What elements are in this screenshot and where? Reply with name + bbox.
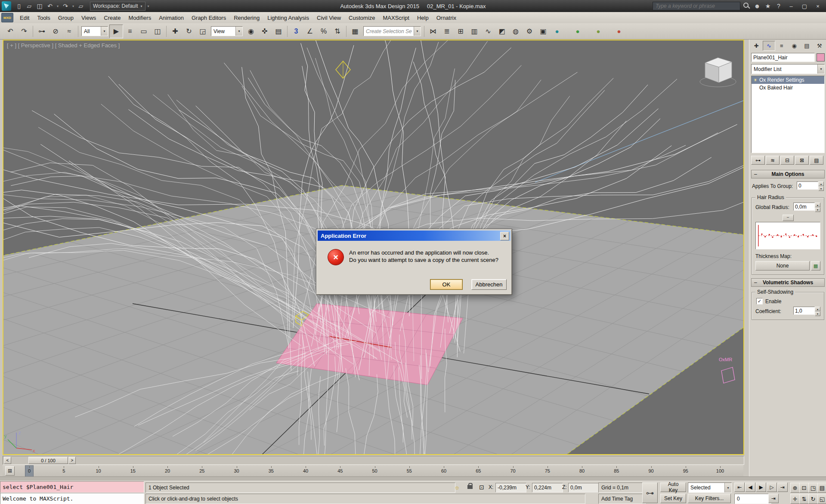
show-end-result-icon[interactable]: ≋: [766, 156, 780, 165]
dialog-title-bar[interactable]: Application Error: [318, 230, 510, 241]
curve-editor-icon[interactable]: ∿: [481, 25, 495, 38]
cancel-button[interactable]: Abbrechen: [471, 279, 507, 290]
object-color-swatch[interactable]: [817, 53, 825, 61]
spinner-down-icon[interactable]: ▾: [818, 186, 824, 191]
select-and-manipulate-icon[interactable]: ✜: [258, 25, 272, 38]
remove-modifier-icon[interactable]: ⊠: [795, 156, 809, 165]
app-logo-icon[interactable]: [2, 1, 11, 11]
mirror-icon[interactable]: ⋈: [426, 25, 440, 38]
new-scene-icon[interactable]: ▯: [14, 1, 24, 11]
redo-dropdown-icon[interactable]: ▾: [71, 4, 75, 8]
rendered-frame-window-icon[interactable]: ▣: [536, 25, 550, 38]
global-radius-field[interactable]: 0,0m: [793, 203, 815, 211]
maxscript-mini-icon[interactable]: MXD: [1, 13, 13, 22]
modifier-stack[interactable]: ☀ Ox Render Settings Ox Baked Hair: [751, 76, 825, 153]
prompt-assist-icon[interactable]: ☼: [452, 482, 462, 492]
zoom-region-icon[interactable]: ▤: [817, 482, 826, 493]
set-key-button[interactable]: Set Key: [660, 494, 686, 503]
track-bar[interactable]: ⊞ 05101520253035404550556065707580859095…: [3, 465, 743, 477]
ok-button[interactable]: OK: [430, 279, 463, 290]
save-file-icon[interactable]: ◫: [35, 1, 44, 11]
maximize-button[interactable]: ▢: [799, 2, 810, 10]
angle-snap-toggle-icon[interactable]: ∠: [303, 25, 317, 38]
project-folder-icon[interactable]: ▱: [76, 1, 86, 11]
zoom-extents-icon[interactable]: ◳: [808, 482, 818, 493]
tab-hierarchy-icon[interactable]: ≡: [776, 41, 788, 51]
tab-utilities-icon[interactable]: ⚒: [814, 41, 826, 51]
redo-icon[interactable]: ↷: [17, 25, 31, 38]
add-time-tag[interactable]: Add Time Tag: [598, 494, 646, 504]
zoom-icon[interactable]: ⊕: [790, 482, 800, 493]
pan-icon[interactable]: ✛: [790, 494, 800, 504]
layer-manager-icon[interactable]: ⊞: [454, 25, 467, 38]
previous-frame-icon[interactable]: ◀: [745, 482, 755, 492]
window-crossing-toggle-icon[interactable]: ◫: [151, 25, 164, 38]
modifier-ox-render-settings[interactable]: ☀ Ox Render Settings: [752, 76, 824, 84]
object-name-field[interactable]: Plane001_Hair: [751, 53, 815, 62]
maximize-viewport-icon[interactable]: ◱: [817, 494, 826, 504]
dialog-close-icon[interactable]: ×: [500, 232, 509, 240]
select-and-rotate-icon[interactable]: ↻: [182, 25, 196, 38]
select-by-name-icon[interactable]: ≡: [123, 25, 137, 38]
absolute-offset-toggle-icon[interactable]: ⊡: [476, 482, 487, 492]
go-to-end-icon[interactable]: ⇥: [777, 482, 788, 492]
rollout-main-options[interactable]: – Main Options: [751, 170, 825, 178]
use-pivot-center-icon[interactable]: ◉: [244, 25, 258, 38]
reference-coordinate-dropdown[interactable]: View ▾: [211, 26, 243, 36]
key-filters-button[interactable]: Key Filters...: [688, 494, 731, 503]
listener-line2[interactable]: Welcome to MAXScript.: [0, 493, 144, 504]
time-slider-handle[interactable]: 0 / 100: [28, 457, 68, 464]
coefficient-field[interactable]: 1,0: [793, 307, 815, 315]
spinner-up-icon[interactable]: ▴: [815, 307, 820, 311]
listener-line1[interactable]: select $Plane001_Hair: [0, 481, 144, 493]
minimize-button[interactable]: –: [786, 2, 797, 10]
make-unique-icon[interactable]: ⊟: [780, 156, 794, 165]
thickness-map-toggle-icon[interactable]: ▩: [811, 261, 820, 270]
next-frame-icon[interactable]: ▷: [767, 482, 777, 492]
key-mode-toggle-icon[interactable]: ⇥: [768, 494, 779, 503]
select-object-icon[interactable]: ▶: [109, 25, 123, 38]
selection-filter-dropdown[interactable]: All ▾: [81, 26, 108, 36]
named-selection-set-combo[interactable]: Create Selection Se ▾: [363, 26, 421, 36]
populate-icon[interactable]: ●: [571, 25, 585, 38]
menu-civil-view[interactable]: Civil View: [313, 12, 345, 23]
menu-tools[interactable]: Tools: [33, 12, 54, 23]
sign-in-icon[interactable]: ☻: [752, 1, 762, 11]
align-icon[interactable]: ≣: [440, 25, 454, 38]
search-input[interactable]: [653, 2, 740, 10]
menu-lighting-analysis[interactable]: Lighting Analysis: [263, 12, 313, 23]
menu-group[interactable]: Group: [54, 12, 77, 23]
selection-lock-icon[interactable]: [465, 482, 475, 492]
spinner-down-icon[interactable]: ▾: [815, 207, 820, 212]
toolbar-overflow-icon[interactable]: ▾: [146, 4, 151, 8]
time-slider[interactable]: < 0 / 100 >: [3, 456, 744, 465]
material-editor-icon[interactable]: ◍: [509, 25, 523, 38]
undo-dropdown-icon[interactable]: ▾: [56, 4, 60, 8]
play-animation-icon[interactable]: ▶: [756, 482, 766, 492]
spinner-up-icon[interactable]: ▴: [815, 203, 820, 207]
zoom-all-icon[interactable]: ⊡: [799, 482, 809, 493]
orbit-icon[interactable]: ↻: [808, 494, 818, 504]
tab-display-icon[interactable]: ▤: [801, 41, 813, 51]
edit-named-selection-sets-icon[interactable]: ▦: [348, 25, 362, 38]
maxscript-mini-listener[interactable]: select $Plane001_Hair Welcome to MAXScri…: [0, 481, 144, 504]
rollout-volumetric-shadows[interactable]: – Volumetric Shadows: [751, 278, 825, 287]
frame-number-field[interactable]: 0: [734, 494, 771, 504]
modifier-list-dropdown[interactable]: Modifier List ▾: [751, 64, 825, 74]
schematic-view-icon[interactable]: ◩: [495, 25, 509, 38]
viewport-label[interactable]: [ + ] [ Perspective ] [ Shaded + Edged F…: [7, 42, 120, 49]
y-coordinate-field[interactable]: 0,224m: [532, 483, 563, 492]
keyboard-shortcut-override-icon[interactable]: ▤: [272, 25, 285, 38]
set-key-mode-icon[interactable]: ⊶: [642, 482, 658, 503]
pin-stack-icon[interactable]: ⊶: [751, 156, 765, 165]
unlink-selection-icon[interactable]: ⊘: [49, 25, 62, 38]
menu-graph-editors[interactable]: Graph Editors: [188, 12, 230, 23]
redo-icon[interactable]: ↷: [61, 1, 70, 11]
menu-modifiers[interactable]: Modifiers: [124, 12, 155, 23]
bind-to-space-warp-icon[interactable]: ≈: [62, 25, 76, 38]
graphite-ribbon-icon[interactable]: ▥: [467, 25, 481, 38]
open-file-icon[interactable]: ▱: [25, 1, 34, 11]
applies-to-group-field[interactable]: 0: [797, 181, 818, 190]
render-last-icon[interactable]: ●: [612, 25, 626, 38]
undo-icon[interactable]: ↶: [3, 25, 17, 38]
